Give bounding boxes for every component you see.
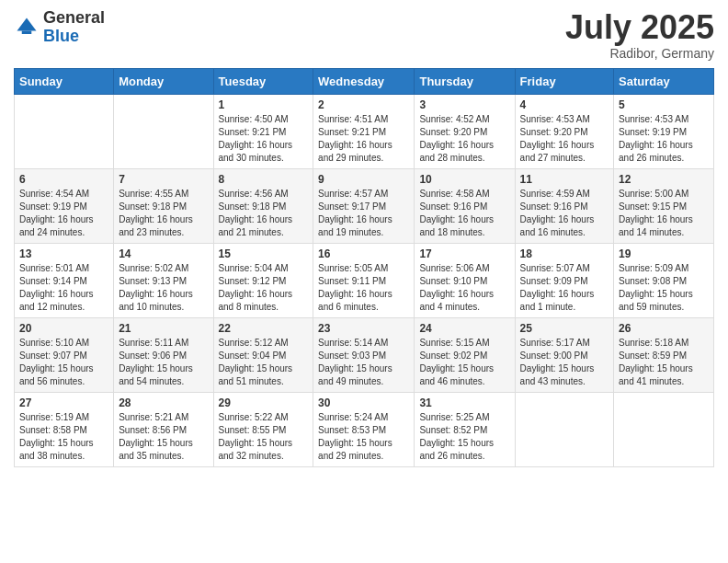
day-info: Sunrise: 4:59 AMSunset: 9:16 PMDaylight:… bbox=[520, 188, 609, 239]
day-info: Sunrise: 4:51 AMSunset: 9:21 PMDaylight:… bbox=[318, 113, 409, 165]
day-number: 10 bbox=[419, 173, 509, 186]
calendar-header-wednesday: Wednesday bbox=[313, 68, 415, 94]
calendar-header-thursday: Thursday bbox=[415, 68, 515, 94]
day-number: 17 bbox=[419, 247, 509, 260]
day-number: 11 bbox=[520, 173, 609, 186]
calendar-cell: 2Sunrise: 4:51 AMSunset: 9:21 PMDaylight… bbox=[313, 94, 415, 168]
day-number: 21 bbox=[119, 322, 208, 335]
day-number: 16 bbox=[318, 247, 409, 260]
day-info: Sunrise: 5:07 AMSunset: 9:09 PMDaylight:… bbox=[520, 262, 609, 314]
calendar-header-sunday: Sunday bbox=[15, 68, 114, 94]
calendar-cell: 13Sunrise: 5:01 AMSunset: 9:14 PMDayligh… bbox=[15, 243, 114, 317]
day-number: 14 bbox=[119, 247, 208, 260]
day-number: 6 bbox=[19, 173, 108, 186]
day-number: 25 bbox=[520, 322, 609, 335]
calendar-cell: 15Sunrise: 5:04 AMSunset: 9:12 PMDayligh… bbox=[213, 243, 313, 317]
day-info: Sunrise: 4:57 AMSunset: 9:17 PMDaylight:… bbox=[318, 188, 409, 239]
calendar-cell: 29Sunrise: 5:22 AMSunset: 8:55 PMDayligh… bbox=[213, 392, 313, 466]
day-info: Sunrise: 5:25 AMSunset: 8:52 PMDaylight:… bbox=[419, 411, 509, 463]
day-info: Sunrise: 5:06 AMSunset: 9:10 PMDaylight:… bbox=[419, 262, 509, 314]
day-number: 19 bbox=[619, 247, 709, 260]
day-info: Sunrise: 5:12 AMSunset: 9:04 PMDaylight:… bbox=[219, 337, 309, 388]
day-number: 1 bbox=[219, 98, 309, 111]
logo: General Blue bbox=[14, 9, 105, 46]
day-number: 31 bbox=[419, 396, 509, 409]
calendar-cell: 12Sunrise: 5:00 AMSunset: 9:15 PMDayligh… bbox=[614, 168, 714, 243]
day-info: Sunrise: 4:55 AMSunset: 9:18 PMDaylight:… bbox=[119, 188, 208, 239]
day-info: Sunrise: 5:04 AMSunset: 9:12 PMDaylight:… bbox=[219, 262, 309, 314]
day-number: 29 bbox=[219, 396, 309, 409]
calendar-cell: 11Sunrise: 4:59 AMSunset: 9:16 PMDayligh… bbox=[515, 168, 613, 243]
calendar-cell: 25Sunrise: 5:17 AMSunset: 9:00 PMDayligh… bbox=[515, 317, 613, 392]
day-number: 15 bbox=[219, 247, 309, 260]
day-info: Sunrise: 5:24 AMSunset: 8:53 PMDaylight:… bbox=[318, 411, 409, 463]
day-number: 20 bbox=[19, 322, 108, 335]
day-number: 5 bbox=[619, 98, 709, 111]
day-info: Sunrise: 5:09 AMSunset: 9:08 PMDaylight:… bbox=[619, 262, 709, 314]
calendar-cell: 26Sunrise: 5:18 AMSunset: 8:59 PMDayligh… bbox=[614, 317, 714, 392]
calendar-cell: 20Sunrise: 5:10 AMSunset: 9:07 PMDayligh… bbox=[15, 317, 114, 392]
calendar-cell bbox=[515, 392, 613, 466]
day-info: Sunrise: 5:05 AMSunset: 9:11 PMDaylight:… bbox=[318, 262, 409, 314]
calendar-header-monday: Monday bbox=[114, 68, 213, 94]
calendar-cell: 3Sunrise: 4:52 AMSunset: 9:20 PMDaylight… bbox=[415, 94, 515, 168]
title-block: July 2025 Radibor, Germany bbox=[565, 9, 714, 61]
day-number: 24 bbox=[419, 322, 509, 335]
calendar-cell: 14Sunrise: 5:02 AMSunset: 9:13 PMDayligh… bbox=[114, 243, 213, 317]
svg-rect-1 bbox=[22, 30, 32, 34]
calendar-week-row: 13Sunrise: 5:01 AMSunset: 9:14 PMDayligh… bbox=[15, 243, 714, 317]
day-number: 8 bbox=[219, 173, 309, 186]
calendar-week-row: 1Sunrise: 4:50 AMSunset: 9:21 PMDaylight… bbox=[15, 94, 714, 168]
day-info: Sunrise: 4:56 AMSunset: 9:18 PMDaylight:… bbox=[219, 188, 309, 239]
calendar-cell: 17Sunrise: 5:06 AMSunset: 9:10 PMDayligh… bbox=[415, 243, 515, 317]
day-info: Sunrise: 4:54 AMSunset: 9:19 PMDaylight:… bbox=[19, 188, 108, 239]
day-number: 27 bbox=[19, 396, 108, 409]
calendar-cell: 8Sunrise: 4:56 AMSunset: 9:18 PMDaylight… bbox=[213, 168, 313, 243]
calendar-cell: 30Sunrise: 5:24 AMSunset: 8:53 PMDayligh… bbox=[313, 392, 415, 466]
calendar-cell: 6Sunrise: 4:54 AMSunset: 9:19 PMDaylight… bbox=[15, 168, 114, 243]
day-info: Sunrise: 5:21 AMSunset: 8:56 PMDaylight:… bbox=[119, 411, 208, 463]
calendar-cell: 31Sunrise: 5:25 AMSunset: 8:52 PMDayligh… bbox=[415, 392, 515, 466]
calendar-cell: 18Sunrise: 5:07 AMSunset: 9:09 PMDayligh… bbox=[515, 243, 613, 317]
day-info: Sunrise: 4:52 AMSunset: 9:20 PMDaylight:… bbox=[419, 113, 509, 165]
day-number: 7 bbox=[119, 173, 208, 186]
calendar-cell: 4Sunrise: 4:53 AMSunset: 9:20 PMDaylight… bbox=[515, 94, 613, 168]
calendar-cell: 19Sunrise: 5:09 AMSunset: 9:08 PMDayligh… bbox=[614, 243, 714, 317]
calendar-cell: 9Sunrise: 4:57 AMSunset: 9:17 PMDaylight… bbox=[313, 168, 415, 243]
day-number: 13 bbox=[19, 247, 108, 260]
day-info: Sunrise: 4:53 AMSunset: 9:19 PMDaylight:… bbox=[619, 113, 709, 165]
day-info: Sunrise: 5:00 AMSunset: 9:15 PMDaylight:… bbox=[619, 188, 709, 239]
day-number: 26 bbox=[619, 322, 709, 335]
logo-icon bbox=[14, 15, 40, 40]
day-number: 18 bbox=[520, 247, 609, 260]
month-title: July 2025 bbox=[565, 9, 714, 46]
day-number: 30 bbox=[318, 396, 409, 409]
day-number: 23 bbox=[318, 322, 409, 335]
day-info: Sunrise: 5:22 AMSunset: 8:55 PMDaylight:… bbox=[219, 411, 309, 463]
calendar-cell: 27Sunrise: 5:19 AMSunset: 8:58 PMDayligh… bbox=[15, 392, 114, 466]
day-number: 9 bbox=[318, 173, 409, 186]
day-info: Sunrise: 4:53 AMSunset: 9:20 PMDaylight:… bbox=[520, 113, 609, 165]
location: Radibor, Germany bbox=[565, 46, 714, 61]
day-number: 22 bbox=[219, 322, 309, 335]
calendar-cell bbox=[614, 392, 714, 466]
calendar-cell bbox=[114, 94, 213, 168]
logo-text: General Blue bbox=[43, 9, 105, 46]
calendar-header-friday: Friday bbox=[515, 68, 613, 94]
day-number: 4 bbox=[520, 98, 609, 111]
day-number: 2 bbox=[318, 98, 409, 111]
calendar-cell: 7Sunrise: 4:55 AMSunset: 9:18 PMDaylight… bbox=[114, 168, 213, 243]
calendar-table: SundayMondayTuesdayWednesdayThursdayFrid… bbox=[14, 68, 714, 467]
calendar-cell: 16Sunrise: 5:05 AMSunset: 9:11 PMDayligh… bbox=[313, 243, 415, 317]
day-info: Sunrise: 4:50 AMSunset: 9:21 PMDaylight:… bbox=[219, 113, 309, 165]
calendar-week-row: 20Sunrise: 5:10 AMSunset: 9:07 PMDayligh… bbox=[15, 317, 714, 392]
calendar-cell: 23Sunrise: 5:14 AMSunset: 9:03 PMDayligh… bbox=[313, 317, 415, 392]
day-info: Sunrise: 5:19 AMSunset: 8:58 PMDaylight:… bbox=[19, 411, 108, 463]
calendar-header-row: SundayMondayTuesdayWednesdayThursdayFrid… bbox=[15, 68, 714, 94]
calendar-week-row: 6Sunrise: 4:54 AMSunset: 9:19 PMDaylight… bbox=[15, 168, 714, 243]
page-header: General Blue July 2025 Radibor, Germany bbox=[14, 9, 714, 61]
calendar-cell: 1Sunrise: 4:50 AMSunset: 9:21 PMDaylight… bbox=[213, 94, 313, 168]
calendar-week-row: 27Sunrise: 5:19 AMSunset: 8:58 PMDayligh… bbox=[15, 392, 714, 466]
day-info: Sunrise: 5:17 AMSunset: 9:00 PMDaylight:… bbox=[520, 337, 609, 388]
calendar-header-tuesday: Tuesday bbox=[213, 68, 313, 94]
